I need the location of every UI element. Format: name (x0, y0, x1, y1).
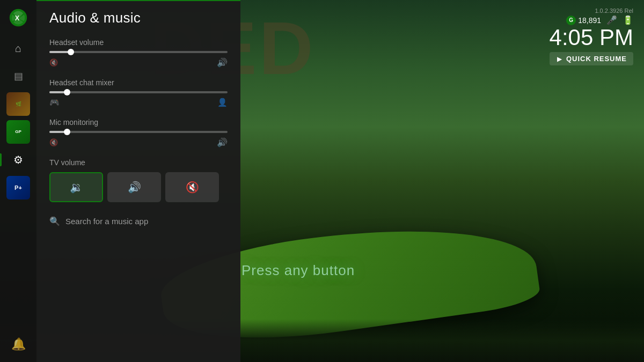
hud-status-row: G 18,891 🎤 🔋 (550, 15, 633, 25)
sidebar-item-notifications[interactable]: 🔔 (11, 337, 26, 351)
volume-down-icon: 🔉 (70, 181, 83, 194)
tv-volume-section: TV volume 🔉 🔊 🔇 (49, 158, 228, 202)
hud-currency-amount: 18,891 (578, 16, 601, 25)
mic-monitoring-track[interactable] (49, 131, 228, 133)
headset-chat-mixer-track-bg (49, 91, 228, 93)
tv-volume-label: TV volume (49, 158, 228, 167)
tv-volume-buttons: 🔉 🔊 🔇 (49, 172, 228, 202)
headset-chat-mixer-icons: 🎮 👤 (49, 98, 228, 107)
headset-chat-mixer-section: Headset chat mixer 🎮 👤 (49, 78, 228, 107)
headset-volume-section: Headset volume 🔇 🔊 (49, 38, 228, 68)
sidebar-thumb-gamepass[interactable]: GP (6, 120, 30, 144)
search-icon: 🔍 (49, 216, 60, 226)
mic-monitoring-section: Mic monitoring 🔇 🔊 (49, 118, 228, 147)
press-any-button-text: Press any button (241, 262, 355, 279)
headset-volume-track[interactable] (49, 51, 228, 53)
tv-volume-down-button[interactable]: 🔉 (49, 172, 103, 202)
sidebar-item-settings[interactable]: ⚙ (0, 146, 36, 174)
hud-version-text: 1.0.2.3926 Rel (550, 8, 633, 14)
tv-mute-icon: 🔇 (186, 181, 199, 194)
headset-chat-mixer-label: Headset chat mixer (49, 78, 228, 87)
music-search-label: Search for a music app (65, 217, 148, 226)
mic-monitoring-max-icon: 🔊 (217, 137, 228, 147)
headset-volume-track-bg (49, 51, 228, 53)
headset-volume-icons: 🔇 🔊 (49, 57, 228, 68)
hud-mic-mute-icon: 🎤 (606, 15, 617, 25)
headset-chat-mixer-track[interactable] (49, 91, 228, 93)
quick-resume-label: QUICK RESUME (566, 55, 627, 63)
tv-volume-mute-button[interactable]: 🔇 (165, 172, 219, 202)
play-icon: ▶ (557, 55, 562, 63)
home-icon: ⌂ (15, 42, 21, 55)
settings-icon: ⚙ (13, 153, 23, 166)
sidebar-thumb-paramount[interactable]: P+ (6, 176, 30, 200)
hud-time-display: 4:05 PM (550, 26, 633, 49)
hud-battery-icon: 🔋 (623, 15, 633, 25)
gamerscore-icon: G (566, 16, 576, 25)
headset-volume-thumb (68, 49, 74, 55)
mic-monitoring-thumb (64, 129, 70, 135)
bell-icon: 🔔 (11, 337, 26, 351)
mic-monitoring-track-bg (49, 131, 228, 133)
headset-chat-mixer-thumb (64, 89, 70, 95)
sidebar: X ⌂ ▤ 🌿 GP ⚙ P+ 🔔 (0, 0, 36, 362)
mic-monitoring-icons: 🔇 🔊 (49, 137, 228, 147)
library-icon: ▤ (14, 70, 23, 82)
mic-monitoring-min-icon: 🔇 (49, 138, 58, 146)
svg-text:X: X (15, 14, 20, 22)
hud-currency: G 18,891 (566, 16, 601, 25)
top-right-hud: 1.0.2.3926 Rel G 18,891 🎤 🔋 4:05 PM ▶ QU… (550, 8, 633, 65)
mic-monitoring-label: Mic monitoring (49, 118, 228, 127)
panel-title: Audio & music (49, 10, 228, 26)
music-search-row[interactable]: 🔍 Search for a music app (49, 213, 228, 230)
headset-volume-min-icon: 🔇 (49, 58, 58, 67)
tv-volume-up-button[interactable]: 🔊 (107, 172, 161, 202)
quick-resume-button[interactable]: ▶ QUICK RESUME (550, 52, 633, 65)
xbox-logo: X (6, 5, 31, 30)
panel-accent-line (36, 0, 240, 1)
audio-music-panel: Audio & music Headset volume 🔇 🔊 Headset… (36, 0, 240, 362)
sidebar-item-library[interactable]: ▤ (0, 62, 36, 90)
sidebar-item-home[interactable]: ⌂ (0, 34, 36, 62)
headset-volume-label: Headset volume (49, 38, 228, 47)
gamepad-icon: 🎮 (49, 98, 60, 107)
person-icon: 👤 (217, 98, 228, 107)
sidebar-thumb-grounded[interactable]: 🌿 (6, 92, 30, 116)
headset-volume-max-icon: 🔊 (217, 57, 228, 68)
volume-up-icon: 🔊 (128, 181, 141, 194)
